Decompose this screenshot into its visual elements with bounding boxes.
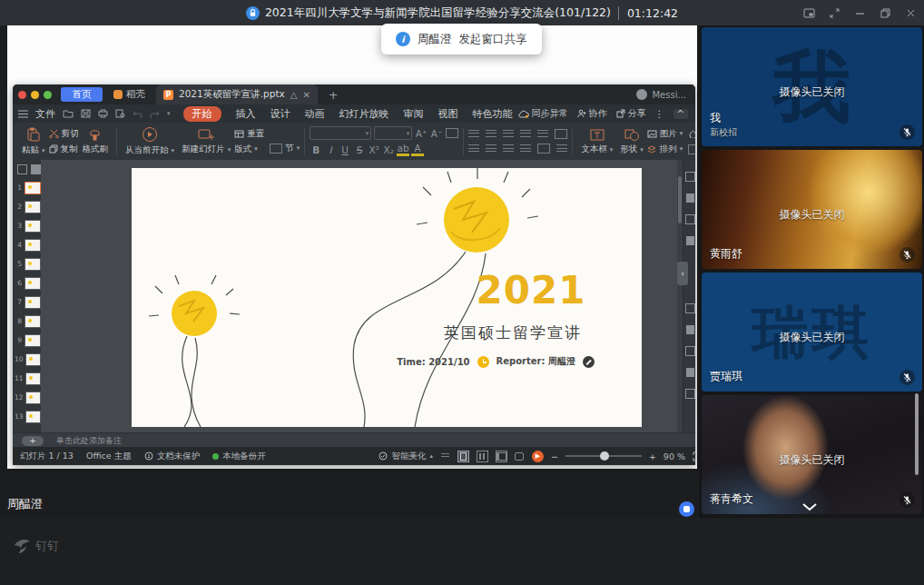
reset-button[interactable]: 重置	[234, 128, 264, 140]
justify-icon[interactable]	[520, 144, 531, 153]
format-painter-button[interactable]: 格式刷	[79, 127, 113, 155]
eraser-tool-icon[interactable]	[686, 325, 694, 334]
toolbar-caret-icon[interactable]: ▾	[167, 110, 171, 117]
collapse-participants-chevron[interactable]	[797, 500, 822, 514]
slide-thumbnail-preview[interactable]	[25, 372, 41, 385]
minimize-icon[interactable]	[854, 7, 866, 19]
fullscreen-icon[interactable]	[829, 7, 840, 19]
new-tab-button[interactable]: +	[329, 88, 339, 102]
slide-thumbnail-preview[interactable]	[25, 220, 41, 233]
menu-file[interactable]: 文件	[35, 107, 55, 121]
settings-tool-icon[interactable]	[685, 389, 695, 399]
slide-thumbnail[interactable]: 2	[13, 197, 41, 216]
document-protection[interactable]: 文档未保护	[144, 451, 201, 462]
notes-placeholder[interactable]: 单击此处添加备注	[56, 435, 122, 447]
menu-tab-animation[interactable]: 动画	[305, 107, 325, 121]
wps-account[interactable]: Messi...	[636, 89, 686, 100]
redo-icon[interactable]	[150, 110, 160, 118]
highlight-color-button[interactable]: ab	[397, 143, 409, 156]
section-button[interactable]: 节▾	[270, 143, 300, 154]
play-from-current-button[interactable]: 从当前开始 ▾	[122, 126, 178, 156]
zoom-slider[interactable]	[565, 455, 642, 457]
slide-thumbnail[interactable]: 10	[13, 350, 41, 369]
slide-thumbnail-preview[interactable]	[25, 353, 41, 366]
text-direction-icon[interactable]	[555, 129, 567, 139]
slide-thumbnail-preview[interactable]	[25, 296, 41, 309]
notes-toggle-icon[interactable]	[440, 451, 450, 461]
reading-view-icon[interactable]	[496, 451, 507, 462]
share-button[interactable]: 分享	[616, 107, 646, 120]
font-size-select[interactable]: ▾	[374, 126, 412, 140]
slide-thumbnail-preview[interactable]	[25, 277, 41, 290]
print-icon[interactable]	[98, 109, 108, 118]
underline-button[interactable]: U	[339, 144, 351, 155]
slide-thumbnail[interactable]: 4	[13, 235, 41, 254]
slideshow-view-icon[interactable]	[515, 451, 525, 461]
cut-button[interactable]: 剪切	[49, 128, 79, 140]
new-slide-button[interactable]: 新建幻灯片 ▾	[178, 127, 234, 155]
slide-canvas[interactable]: 2021 英国硕士留学宣讲 Time: 2021/10 Reporter: 周醖…	[41, 160, 677, 432]
collapse-ribbon-icon[interactable]: ^	[673, 109, 688, 119]
picture-button[interactable]: 图片▾	[647, 128, 683, 140]
sidebar-scrollbar-thumb[interactable]	[915, 393, 919, 475]
slide-thumbnail[interactable]: 12	[13, 388, 41, 407]
collaborate-button[interactable]: 协作	[577, 107, 607, 120]
wps-docer-tab[interactable]: 稻壳	[113, 88, 145, 101]
menu-tab-home[interactable]: 开始	[183, 106, 221, 122]
open-folder-icon[interactable]	[63, 109, 74, 118]
slide-thumbnail-preview[interactable]	[25, 258, 41, 271]
sync-status-button[interactable]: 同步异常	[518, 107, 568, 120]
slide-thumbnail-preview[interactable]	[25, 239, 41, 252]
chart-tool-icon[interactable]	[686, 236, 694, 245]
layout-button[interactable]: 版式▾	[234, 144, 264, 155]
style-brush-icon[interactable]	[686, 193, 694, 203]
slide-1[interactable]: 2021 英国硕士留学宣讲 Time: 2021/10 Reporter: 周醖…	[132, 168, 642, 427]
mac-minimize-dot[interactable]	[31, 91, 39, 99]
comment-tool-icon[interactable]	[685, 303, 695, 313]
mac-close-dot[interactable]	[18, 91, 26, 99]
slide-thumbnail-preview[interactable]	[25, 201, 41, 213]
menu-tab-special[interactable]: 特色功能	[473, 107, 513, 121]
zoom-in-button[interactable]: +	[649, 451, 656, 461]
slide-thumbnail[interactable]: 11	[13, 369, 41, 388]
slide-thumbnail[interactable]: 8	[13, 312, 41, 331]
save-icon[interactable]	[81, 109, 91, 118]
numbered-list-icon[interactable]	[486, 130, 496, 138]
slide-thumbnail[interactable]: 3	[13, 216, 41, 235]
slide-thumbnail-preview[interactable]	[25, 182, 41, 194]
zoom-out-button[interactable]: −	[551, 451, 558, 461]
bullet-list-icon[interactable]	[468, 130, 479, 138]
font-color-button[interactable]: A	[411, 143, 424, 156]
slide-thumbnail[interactable]: 1	[13, 178, 41, 197]
strikethrough-button[interactable]: S	[353, 144, 366, 155]
menu-tab-view[interactable]: 视图	[438, 107, 458, 121]
bold-button[interactable]: B	[310, 144, 322, 155]
scrollbar-thumb[interactable]	[678, 176, 682, 223]
slide-sorter-icon[interactable]	[477, 451, 488, 462]
mac-zoom-dot[interactable]	[44, 91, 52, 99]
zoom-slider-knob[interactable]	[600, 451, 609, 461]
outline-button[interactable]: 轮廓▾	[688, 144, 695, 155]
paste-button[interactable]: 粘贴 ▾	[18, 127, 49, 156]
video-tile-huang[interactable]: 摄像头已关闭 黄雨舒	[702, 150, 922, 269]
collapse-panel-chevron[interactable]: ‹	[677, 262, 688, 285]
video-tile-jia[interactable]: 瑞琪 摄像头已关闭 贾瑞琪	[702, 273, 922, 392]
superscript-button[interactable]: X²	[368, 144, 380, 155]
slides-view-icon[interactable]	[31, 164, 41, 174]
decrease-font-button[interactable]: A⁻	[430, 128, 443, 139]
normal-view-icon[interactable]	[457, 451, 469, 462]
arrange-button[interactable]: 排列▾	[647, 144, 683, 155]
copy-button[interactable]: 复制	[49, 144, 79, 155]
wps-home-tab[interactable]: 首页	[61, 87, 103, 102]
text-tool-icon[interactable]	[685, 214, 695, 224]
slide-thumbnail[interactable]: 5	[13, 254, 41, 273]
slide-thumbnail-preview[interactable]	[25, 315, 41, 328]
picture-in-picture-icon[interactable]	[803, 7, 815, 19]
theme-name[interactable]: Office 主题	[86, 451, 132, 462]
video-tile-self[interactable]: 我 摄像头已关闭 我 新校招	[702, 27, 922, 146]
object-browser-icon[interactable]	[685, 172, 695, 182]
more-tools-icon[interactable]	[686, 368, 694, 377]
slide-thumbnail-preview[interactable]	[25, 411, 41, 423]
audio-tool-icon[interactable]	[685, 346, 695, 356]
slide-thumbnail[interactable]: 6	[13, 273, 41, 292]
